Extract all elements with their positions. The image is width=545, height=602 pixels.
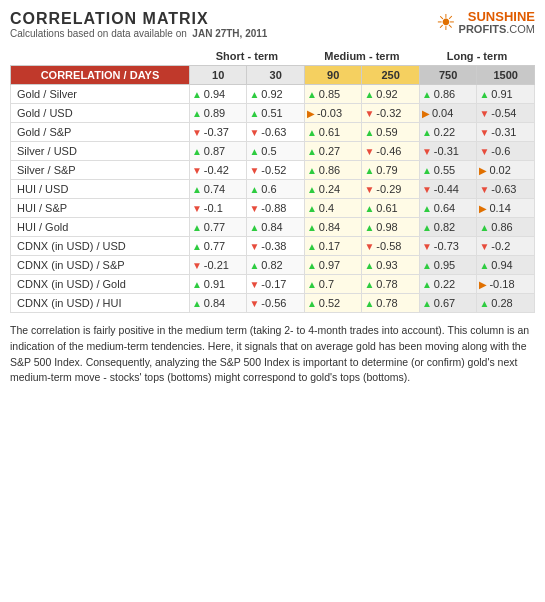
title-block: CORRELATION MATRIX Calculations based on…: [10, 10, 267, 39]
value-cell: ▼-0.44: [419, 180, 477, 199]
value-cell: ▲0.78: [362, 275, 420, 294]
numeric-value: 0.85: [319, 88, 340, 100]
table-body: Gold / Silver▲0.94▲0.92▲0.85▲0.92▲0.86▲0…: [11, 85, 535, 313]
arrow-medium-icon: ▲: [307, 260, 317, 271]
numeric-value: 0.86: [319, 164, 340, 176]
col-10: 10: [189, 66, 247, 85]
numeric-value: -0.56: [261, 297, 286, 309]
value-cell: ▼-0.63: [477, 180, 535, 199]
arrow-icon: ▲: [479, 89, 489, 100]
numeric-value: 0.94: [204, 88, 225, 100]
value-cell: ▼-0.73: [419, 237, 477, 256]
arrow-icon: ▲: [192, 241, 202, 252]
value-cell: ▶0.04: [419, 104, 477, 123]
row-label: CDNX (in USD) / Gold: [11, 275, 190, 294]
arrow-medium-icon: ▲: [307, 279, 317, 290]
arrow-medium-icon: ▲: [307, 222, 317, 233]
numeric-value: 0.64: [434, 202, 455, 214]
arrow-medium-icon: ▲: [364, 260, 374, 271]
correlation-days-label: CORRELATION / DAYS: [11, 66, 190, 85]
arrow-medium-icon: ▲: [307, 298, 317, 309]
numeric-value: -0.6: [491, 145, 510, 157]
logo-sunshine: SUNSHINE: [468, 9, 535, 24]
value-cell: ▲0.59: [362, 123, 420, 142]
arrow-icon: ▼: [192, 165, 202, 176]
numeric-value: -0.63: [491, 183, 516, 195]
value-cell: ▲0.28: [477, 294, 535, 313]
numeric-value: 0.22: [434, 126, 455, 138]
arrow-icon: ▼: [479, 108, 489, 119]
value-cell: ▲0.87: [189, 142, 247, 161]
value-cell: ▲0.91: [477, 85, 535, 104]
value-cell: ▼-0.32: [362, 104, 420, 123]
value-cell: ▲0.93: [362, 256, 420, 275]
logo-graphic: ☀ SUNSHINE PROFITS.COM: [436, 10, 535, 35]
arrow-icon: ▲: [479, 260, 489, 271]
arrow-icon: ▲: [422, 298, 432, 309]
arrow-icon: ▶: [422, 108, 430, 119]
arrow-icon: ▲: [249, 222, 259, 233]
value-cell: ▲0.61: [304, 123, 362, 142]
arrow-medium-icon: ▲: [307, 241, 317, 252]
numeric-value: 0.84: [319, 221, 340, 233]
arrow-icon: ▼: [192, 260, 202, 271]
numeric-value: -0.58: [376, 240, 401, 252]
arrow-medium-icon: ▲: [307, 127, 317, 138]
value-cell: ▲0.91: [189, 275, 247, 294]
numeric-value: 0.93: [376, 259, 397, 271]
arrow-medium-icon: ▲: [364, 203, 374, 214]
value-cell: ▲0.61: [362, 199, 420, 218]
arrow-icon: ▼: [479, 184, 489, 195]
table-row: HUI / USD▲0.74▲0.6▲0.24▼-0.29▼-0.44▼-0.6…: [11, 180, 535, 199]
value-cell: ▲0.95: [419, 256, 477, 275]
arrow-icon: ▼: [479, 241, 489, 252]
value-cell: ▼-0.29: [362, 180, 420, 199]
arrow-icon: ▼: [249, 279, 259, 290]
numeric-value: -0.73: [434, 240, 459, 252]
row-label: CDNX (in USD) / USD: [11, 237, 190, 256]
numeric-value: 0.82: [434, 221, 455, 233]
numeric-value: -0.54: [491, 107, 516, 119]
arrow-icon: ▲: [192, 298, 202, 309]
arrow-icon: ▼: [422, 241, 432, 252]
sun-icon: ☀: [436, 12, 456, 34]
arrow-icon: ▲: [249, 108, 259, 119]
subheader-row: CORRELATION / DAYS 10 30 90 250 750 1500: [11, 66, 535, 85]
row-label: Gold / Silver: [11, 85, 190, 104]
numeric-value: 0.84: [204, 297, 225, 309]
numeric-value: -0.17: [261, 278, 286, 290]
numeric-value: 0.84: [261, 221, 282, 233]
value-cell: ▲0.78: [362, 294, 420, 313]
numeric-value: 0.67: [434, 297, 455, 309]
row-label: Gold / USD: [11, 104, 190, 123]
numeric-value: 0.61: [319, 126, 340, 138]
value-cell: ▲0.64: [419, 199, 477, 218]
numeric-value: 0.61: [376, 202, 397, 214]
logo-profits: PROFITS: [459, 23, 507, 35]
numeric-value: 0.52: [319, 297, 340, 309]
arrow-icon: ▲: [422, 222, 432, 233]
numeric-value: 0.92: [376, 88, 397, 100]
arrow-icon: ▲: [192, 146, 202, 157]
value-cell: ▼-0.37: [189, 123, 247, 142]
arrow-medium-icon: ▼: [364, 184, 374, 195]
numeric-value: -0.21: [204, 259, 229, 271]
value-cell: ▼-0.38: [247, 237, 305, 256]
arrow-icon: ▲: [422, 279, 432, 290]
arrow-icon: ▼: [479, 146, 489, 157]
arrow-icon: ▼: [479, 127, 489, 138]
numeric-value: -0.42: [204, 164, 229, 176]
numeric-value: 0.89: [204, 107, 225, 119]
value-cell: ▼-0.52: [247, 161, 305, 180]
row-label: Gold / S&P: [11, 123, 190, 142]
numeric-value: -0.63: [261, 126, 286, 138]
numeric-value: -0.32: [376, 107, 401, 119]
table-row: CDNX (in USD) / USD▲0.77▼-0.38▲0.17▼-0.5…: [11, 237, 535, 256]
numeric-value: 0.94: [491, 259, 512, 271]
numeric-value: 0.78: [376, 278, 397, 290]
value-cell: ▲0.4: [304, 199, 362, 218]
arrow-medium-icon: ▲: [364, 89, 374, 100]
arrow-icon: ▲: [422, 127, 432, 138]
footer-text: The correlation is fairly positive in th…: [10, 323, 535, 386]
numeric-value: 0.78: [376, 297, 397, 309]
